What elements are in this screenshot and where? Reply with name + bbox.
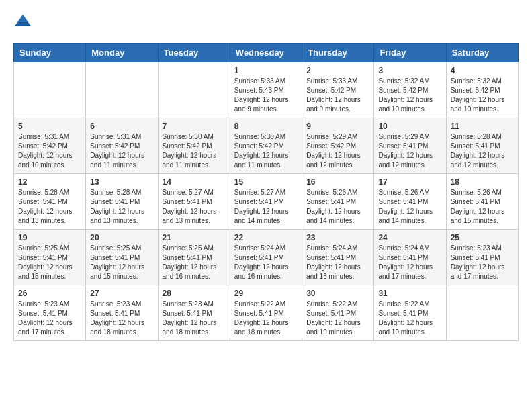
calendar-cell — [446, 285, 518, 341]
day-info: Sunrise: 5:33 AM Sunset: 5:43 PM Dayligh… — [234, 77, 298, 114]
day-number: 30 — [306, 289, 369, 298]
logo-icon — [13, 13, 32, 32]
calendar-cell: 8 Sunrise: 5:30 AM Sunset: 5:42 PM Dayli… — [230, 118, 302, 174]
day-number: 28 — [163, 289, 226, 298]
day-info: Sunrise: 5:29 AM Sunset: 5:41 PM Dayligh… — [378, 132, 441, 170]
calendar-cell: 25 Sunrise: 5:23 AM Sunset: 5:41 PM Dayl… — [446, 230, 518, 285]
logo — [13, 13, 35, 32]
day-info: Sunrise: 5:26 AM Sunset: 5:41 PM Dayligh… — [306, 188, 369, 226]
day-info: Sunrise: 5:33 AM Sunset: 5:42 PM Dayligh… — [306, 77, 369, 114]
day-number: 8 — [234, 122, 298, 131]
day-number: 16 — [306, 177, 369, 187]
calendar-cell: 20 Sunrise: 5:25 AM Sunset: 5:41 PM Dayl… — [86, 230, 158, 285]
page-header — [13, 13, 519, 32]
day-number: 5 — [18, 122, 81, 131]
calendar-cell: 27 Sunrise: 5:23 AM Sunset: 5:41 PM Dayl… — [86, 285, 158, 341]
weekday-header-wednesday: Wednesday — [230, 44, 302, 62]
day-number: 2 — [306, 66, 369, 75]
day-info: Sunrise: 5:24 AM Sunset: 5:41 PM Dayligh… — [234, 244, 298, 281]
weekday-header-friday: Friday — [374, 44, 446, 62]
day-info: Sunrise: 5:23 AM Sunset: 5:41 PM Dayligh… — [90, 300, 153, 337]
day-info: Sunrise: 5:22 AM Sunset: 5:41 PM Dayligh… — [306, 300, 369, 337]
day-number: 12 — [18, 177, 81, 187]
calendar-cell: 21 Sunrise: 5:25 AM Sunset: 5:41 PM Dayl… — [158, 230, 230, 285]
calendar-cell: 23 Sunrise: 5:24 AM Sunset: 5:41 PM Dayl… — [302, 230, 374, 285]
calendar-cell — [86, 62, 158, 118]
calendar-cell: 9 Sunrise: 5:29 AM Sunset: 5:42 PM Dayli… — [302, 118, 374, 174]
weekday-header-row: SundayMondayTuesdayWednesdayThursdayFrid… — [14, 44, 519, 62]
day-number: 13 — [90, 177, 153, 187]
calendar-cell: 1 Sunrise: 5:33 AM Sunset: 5:43 PM Dayli… — [230, 62, 302, 118]
day-number: 26 — [18, 289, 81, 298]
calendar-cell — [158, 62, 230, 118]
calendar-cell: 4 Sunrise: 5:32 AM Sunset: 5:42 PM Dayli… — [446, 62, 518, 118]
day-number: 11 — [451, 122, 514, 131]
calendar-cell: 28 Sunrise: 5:23 AM Sunset: 5:41 PM Dayl… — [158, 285, 230, 341]
calendar-cell — [14, 62, 86, 118]
day-info: Sunrise: 5:32 AM Sunset: 5:42 PM Dayligh… — [451, 77, 514, 114]
calendar-table: SundayMondayTuesdayWednesdayThursdayFrid… — [13, 43, 519, 341]
day-number: 21 — [163, 233, 226, 242]
day-number: 23 — [306, 233, 369, 242]
calendar-week-row: 12 Sunrise: 5:28 AM Sunset: 5:41 PM Dayl… — [14, 174, 519, 230]
calendar-cell: 24 Sunrise: 5:24 AM Sunset: 5:41 PM Dayl… — [374, 230, 446, 285]
day-number: 1 — [234, 66, 298, 75]
day-info: Sunrise: 5:26 AM Sunset: 5:41 PM Dayligh… — [378, 188, 441, 226]
day-info: Sunrise: 5:22 AM Sunset: 5:41 PM Dayligh… — [378, 300, 441, 337]
day-info: Sunrise: 5:23 AM Sunset: 5:41 PM Dayligh… — [18, 300, 81, 337]
calendar-cell: 7 Sunrise: 5:30 AM Sunset: 5:42 PM Dayli… — [158, 118, 230, 174]
day-number: 20 — [90, 233, 153, 242]
day-info: Sunrise: 5:29 AM Sunset: 5:42 PM Dayligh… — [306, 132, 369, 170]
calendar-cell: 15 Sunrise: 5:27 AM Sunset: 5:41 PM Dayl… — [230, 174, 302, 230]
day-number: 29 — [234, 289, 298, 298]
day-info: Sunrise: 5:28 AM Sunset: 5:41 PM Dayligh… — [90, 188, 153, 226]
day-info: Sunrise: 5:22 AM Sunset: 5:41 PM Dayligh… — [234, 300, 298, 337]
day-info: Sunrise: 5:28 AM Sunset: 5:41 PM Dayligh… — [451, 132, 514, 170]
calendar-cell: 31 Sunrise: 5:22 AM Sunset: 5:41 PM Dayl… — [374, 285, 446, 341]
day-info: Sunrise: 5:23 AM Sunset: 5:41 PM Dayligh… — [451, 244, 514, 281]
calendar-cell: 6 Sunrise: 5:31 AM Sunset: 5:42 PM Dayli… — [86, 118, 158, 174]
day-number: 10 — [378, 122, 441, 131]
calendar-cell: 11 Sunrise: 5:28 AM Sunset: 5:41 PM Dayl… — [446, 118, 518, 174]
calendar-cell: 10 Sunrise: 5:29 AM Sunset: 5:41 PM Dayl… — [374, 118, 446, 174]
day-info: Sunrise: 5:23 AM Sunset: 5:41 PM Dayligh… — [163, 300, 226, 337]
calendar-cell: 12 Sunrise: 5:28 AM Sunset: 5:41 PM Dayl… — [14, 174, 86, 230]
day-number: 19 — [18, 233, 81, 242]
calendar-week-row: 5 Sunrise: 5:31 AM Sunset: 5:42 PM Dayli… — [14, 118, 519, 174]
calendar-cell: 30 Sunrise: 5:22 AM Sunset: 5:41 PM Dayl… — [302, 285, 374, 341]
calendar-week-row: 1 Sunrise: 5:33 AM Sunset: 5:43 PM Dayli… — [14, 62, 519, 118]
weekday-header-thursday: Thursday — [302, 44, 374, 62]
day-info: Sunrise: 5:32 AM Sunset: 5:42 PM Dayligh… — [378, 77, 441, 114]
weekday-header-monday: Monday — [86, 44, 158, 62]
calendar-cell: 17 Sunrise: 5:26 AM Sunset: 5:41 PM Dayl… — [374, 174, 446, 230]
calendar-cell: 29 Sunrise: 5:22 AM Sunset: 5:41 PM Dayl… — [230, 285, 302, 341]
day-number: 25 — [451, 233, 514, 242]
calendar-week-row: 19 Sunrise: 5:25 AM Sunset: 5:41 PM Dayl… — [14, 230, 519, 285]
day-info: Sunrise: 5:28 AM Sunset: 5:41 PM Dayligh… — [18, 188, 81, 226]
day-info: Sunrise: 5:31 AM Sunset: 5:42 PM Dayligh… — [18, 132, 81, 170]
day-number: 24 — [378, 233, 441, 242]
calendar-cell: 3 Sunrise: 5:32 AM Sunset: 5:42 PM Dayli… — [374, 62, 446, 118]
calendar-cell: 5 Sunrise: 5:31 AM Sunset: 5:42 PM Dayli… — [14, 118, 86, 174]
day-number: 3 — [378, 66, 441, 75]
day-info: Sunrise: 5:24 AM Sunset: 5:41 PM Dayligh… — [306, 244, 369, 281]
day-number: 31 — [378, 289, 441, 298]
day-info: Sunrise: 5:24 AM Sunset: 5:41 PM Dayligh… — [378, 244, 441, 281]
day-number: 17 — [378, 177, 441, 187]
day-number: 22 — [234, 233, 298, 242]
day-info: Sunrise: 5:26 AM Sunset: 5:41 PM Dayligh… — [451, 188, 514, 226]
day-info: Sunrise: 5:27 AM Sunset: 5:41 PM Dayligh… — [234, 188, 298, 226]
calendar-cell: 19 Sunrise: 5:25 AM Sunset: 5:41 PM Dayl… — [14, 230, 86, 285]
day-number: 18 — [451, 177, 514, 187]
day-info: Sunrise: 5:31 AM Sunset: 5:42 PM Dayligh… — [90, 132, 153, 170]
calendar-cell: 18 Sunrise: 5:26 AM Sunset: 5:41 PM Dayl… — [446, 174, 518, 230]
calendar-cell: 2 Sunrise: 5:33 AM Sunset: 5:42 PM Dayli… — [302, 62, 374, 118]
weekday-header-saturday: Saturday — [446, 44, 518, 62]
day-number: 14 — [163, 177, 226, 187]
day-number: 9 — [306, 122, 369, 131]
day-info: Sunrise: 5:25 AM Sunset: 5:41 PM Dayligh… — [18, 244, 81, 281]
day-number: 4 — [451, 66, 514, 75]
calendar-cell: 26 Sunrise: 5:23 AM Sunset: 5:41 PM Dayl… — [14, 285, 86, 341]
calendar-cell: 13 Sunrise: 5:28 AM Sunset: 5:41 PM Dayl… — [86, 174, 158, 230]
day-info: Sunrise: 5:25 AM Sunset: 5:41 PM Dayligh… — [90, 244, 153, 281]
